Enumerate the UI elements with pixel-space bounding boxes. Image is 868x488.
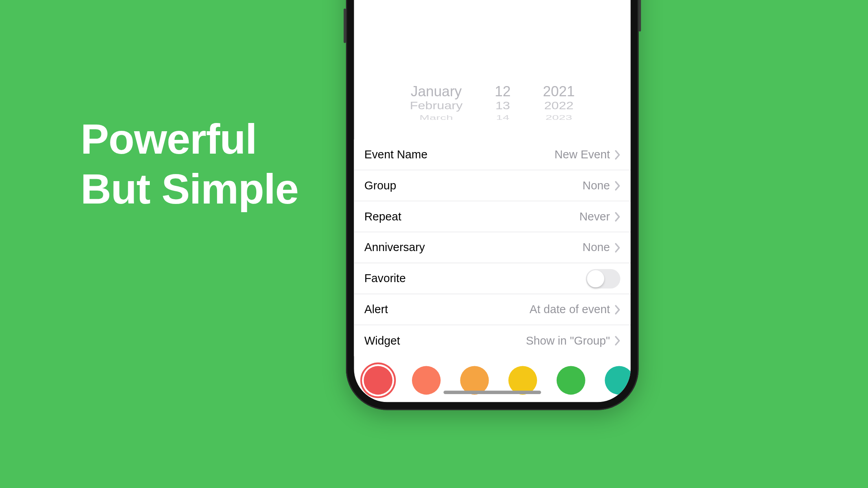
toggle-knob (587, 270, 604, 287)
color-swatch-teal[interactable] (605, 366, 631, 394)
row-value: None (583, 241, 610, 254)
color-swatch-coral[interactable] (412, 366, 441, 394)
row-label: Alert (364, 303, 388, 316)
date-picker-day-column[interactable]: 12 13 14 (495, 83, 511, 129)
row-label: Repeat (364, 210, 401, 223)
phone-screen: January February March 12 13 14 2021 202… (354, 0, 631, 402)
row-label: Favorite (364, 272, 406, 285)
date-picker-month-column[interactable]: January February March (410, 83, 462, 129)
row-anniversary[interactable]: Anniversary None (354, 232, 631, 263)
chevron-right-icon (614, 336, 620, 346)
date-picker-year-column[interactable]: 2021 2022 2023 (543, 83, 575, 129)
row-favorite: Favorite (354, 263, 631, 294)
color-swatch-grid (354, 356, 631, 402)
color-swatch-green[interactable] (557, 366, 585, 394)
volume-down-button (344, 9, 346, 43)
home-indicator (443, 391, 541, 394)
row-label: Anniversary (364, 241, 425, 254)
row-label: Widget (364, 334, 400, 347)
row-label: Event Name (364, 148, 428, 161)
color-swatch-red[interactable] (364, 366, 392, 394)
row-value: Never (579, 210, 610, 223)
event-settings-list: Event Name New Event Group None (354, 139, 631, 356)
headline-line-1: Powerful (81, 114, 298, 164)
power-button (639, 0, 641, 31)
row-value: None (583, 179, 610, 192)
row-value: At date of event (530, 303, 610, 316)
headline-line-2: But Simple (81, 164, 298, 214)
row-event-name[interactable]: Event Name New Event (354, 139, 631, 171)
phone-frame: January February March 12 13 14 2021 202… (346, 0, 639, 410)
row-alert[interactable]: Alert At date of event (354, 294, 631, 325)
marketing-headline: Powerful But Simple (81, 114, 298, 214)
chevron-right-icon (614, 242, 620, 253)
row-widget[interactable]: Widget Show in "Group" (354, 325, 631, 356)
row-value: Show in "Group" (526, 334, 610, 347)
chevron-right-icon (614, 149, 620, 160)
favorite-toggle[interactable] (586, 269, 620, 288)
chevron-right-icon (614, 180, 620, 191)
date-picker[interactable]: January February March 12 13 14 2021 202… (354, 80, 631, 139)
chevron-right-icon (614, 304, 620, 314)
chevron-right-icon (614, 211, 620, 222)
row-label: Group (364, 179, 396, 192)
row-value: New Event (554, 148, 610, 161)
row-group[interactable]: Group None (354, 171, 631, 202)
row-repeat[interactable]: Repeat Never (354, 201, 631, 232)
